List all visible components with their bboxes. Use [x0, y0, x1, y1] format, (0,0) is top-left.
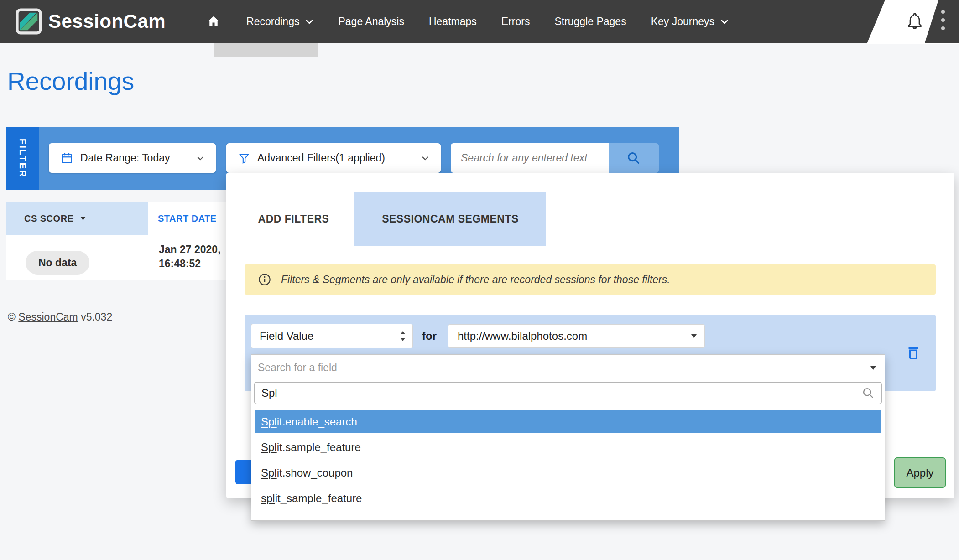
info-banner-text: Filters & Segments are only available if… — [281, 274, 670, 286]
cs-score-header-label: CS SCORE — [24, 213, 73, 224]
chevron-down-icon — [422, 156, 429, 161]
kebab-menu-icon[interactable] — [941, 10, 946, 35]
funnel-icon — [238, 152, 250, 164]
nav-struggle-pages-label: Struggle Pages — [554, 16, 626, 28]
nav-recordings-label: Recordings — [246, 16, 299, 28]
brand[interactable]: SessionCam — [16, 8, 166, 35]
footer-version: v5.032 — [81, 311, 112, 323]
sessioncam-logo-icon — [16, 8, 42, 35]
cs-score-badge: No data — [26, 251, 89, 275]
advanced-filters-panel: ADD FILTERS SESSIONCAM SEGMENTS Filters … — [226, 173, 954, 498]
option-split-sample-feature-underscore[interactable]: split_sample_feature — [255, 487, 881, 510]
nav-home[interactable] — [193, 0, 234, 43]
start-date-cell: Jan 27 2020, 16:48:52 — [159, 243, 221, 271]
field-select-control[interactable]: Search for a field — [251, 355, 885, 381]
start-date-line1: Jan 27 2020, — [159, 243, 221, 257]
sort-desc-icon — [80, 216, 86, 221]
option-split-sample-feature[interactable]: Split.sample_feature — [255, 436, 881, 459]
date-range-label: Date Range: Today — [80, 152, 170, 164]
nav-errors-label: Errors — [501, 16, 530, 28]
tab-sessioncam-segments[interactable]: SESSIONCAM SEGMENTS — [354, 192, 546, 246]
date-range-button[interactable]: Date Range: Today — [49, 143, 216, 173]
option-match: Spl — [261, 467, 277, 479]
tab-add-filters[interactable]: ADD FILTERS — [245, 192, 343, 246]
option-match: Spl — [261, 441, 277, 453]
nav-page-analysis-label: Page Analysis — [338, 16, 404, 28]
option-text: it.enable_search — [277, 415, 357, 428]
field-search-input[interactable] — [261, 387, 862, 399]
chevron-down-icon — [305, 19, 313, 24]
text-search-group — [451, 143, 659, 173]
field-search-combobox: Search for a field Split.enable_search S… — [251, 354, 885, 521]
home-icon — [207, 15, 220, 28]
option-split-enable-search[interactable]: Split.enable_search — [255, 410, 881, 433]
chevron-down-icon — [720, 19, 729, 24]
nav-struggle-pages[interactable]: Struggle Pages — [542, 0, 638, 43]
top-navigation: SessionCam Recordings Page Analysis Heat… — [0, 0, 959, 43]
option-match: Spl — [261, 415, 277, 428]
field-type-select[interactable]: Field Value — [251, 324, 413, 348]
info-banner: Filters & Segments are only available if… — [245, 264, 936, 295]
field-type-value: Field Value — [260, 330, 313, 342]
option-text: it.show_coupon — [277, 467, 353, 479]
advanced-filters-button[interactable]: Advanced Filters(1 applied) — [226, 143, 441, 173]
copyright-symbol: © — [8, 311, 16, 323]
site-select[interactable]: http://www.bilalphotos.com — [448, 324, 705, 348]
field-options-list: Split.enable_search Split.sample_feature… — [251, 408, 885, 510]
nav-recordings[interactable]: Recordings — [234, 0, 326, 43]
footer: © SessionCam v5.032 — [8, 311, 112, 323]
search-icon — [862, 387, 875, 399]
field-search-box — [254, 382, 882, 404]
bell-icon — [906, 11, 926, 31]
search-input[interactable] — [451, 143, 609, 173]
option-split-show-coupon[interactable]: Split.show_coupon — [255, 461, 881, 484]
notifications-button[interactable] — [906, 10, 926, 32]
page-title: Recordings — [7, 67, 134, 96]
apply-button[interactable]: Apply — [894, 457, 946, 488]
field-select-placeholder: Search for a field — [258, 362, 337, 374]
option-text: it.sample_feature — [277, 441, 361, 453]
start-date-line2: 16:48:52 — [159, 257, 221, 271]
nav-key-journeys-label: Key Journeys — [651, 16, 714, 28]
info-icon — [258, 273, 271, 286]
nav-errors[interactable]: Errors — [489, 0, 542, 43]
footer-brand-link[interactable]: SessionCam — [18, 311, 78, 323]
brand-name: SessionCam — [48, 10, 166, 32]
dropdown-arrow-icon — [870, 366, 876, 370]
nav-key-journeys[interactable]: Key Journeys — [639, 0, 741, 43]
delete-filter-button[interactable] — [905, 344, 923, 362]
for-label: for — [422, 324, 437, 348]
column-header-cs-score[interactable]: CS SCORE — [6, 202, 148, 235]
filter-vertical-tab[interactable]: FILTER — [6, 127, 39, 190]
advanced-filters-label: Advanced Filters(1 applied) — [257, 152, 385, 164]
start-date-header-label: START DATE — [158, 213, 217, 224]
trash-icon — [905, 345, 923, 361]
active-tab-indicator — [214, 43, 318, 57]
main-nav: Recordings Page Analysis Heatmaps Errors… — [193, 0, 741, 43]
tab-add-filters-label: ADD FILTERS — [258, 213, 329, 225]
chevron-down-icon — [197, 156, 204, 161]
option-match: spl — [261, 492, 275, 504]
option-text: it_sample_feature — [275, 492, 362, 504]
nav-heatmaps-label: Heatmaps — [429, 16, 477, 28]
tab-sessioncam-segments-label: SESSIONCAM SEGMENTS — [382, 213, 519, 225]
nav-heatmaps[interactable]: Heatmaps — [417, 0, 489, 43]
filter-vertical-label: FILTER — [17, 139, 28, 178]
site-select-value: http://www.bilalphotos.com — [458, 330, 587, 342]
calendar-icon — [61, 152, 73, 164]
dropdown-arrow-icon — [691, 334, 697, 338]
search-icon — [626, 150, 641, 166]
sort-arrows-icon — [400, 330, 406, 342]
search-submit-button[interactable] — [609, 143, 659, 173]
nav-page-analysis[interactable]: Page Analysis — [326, 0, 416, 43]
